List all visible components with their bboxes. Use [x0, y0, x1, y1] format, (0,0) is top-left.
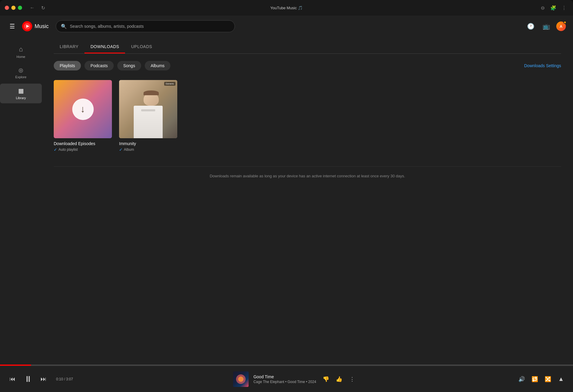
player-right-controls: 🔊 🔁 🔀 ▲ — [517, 374, 566, 384]
track-artwork[interactable] — [233, 371, 249, 387]
search-input[interactable] — [70, 24, 230, 29]
app-window: ☰ Music 🔍 🕐 📺 A — [0, 16, 573, 392]
immunity-thumb-bg: Generic — [119, 80, 177, 138]
player-bar: ⏮ ⏸ ⏭ 0:10 / 3:07 Good Time Cage The Ele… — [0, 366, 573, 392]
progress-bar-fill — [0, 365, 31, 366]
filter-podcasts-button[interactable]: Podcasts — [84, 61, 114, 70]
loop-button[interactable]: 🔁 — [530, 374, 540, 384]
logo-text: Music — [35, 23, 49, 30]
play-pause-button[interactable]: ⏸ — [23, 374, 33, 385]
filter-albums-button[interactable]: Albums — [145, 61, 171, 70]
home-icon: ⌂ — [19, 45, 23, 53]
downloads-settings-button[interactable]: Downloads Settings — [524, 63, 561, 68]
downloads-note: Downloads remain available as long as yo… — [54, 166, 561, 178]
sidebar-item-home[interactable]: ⌂ Home — [0, 42, 42, 62]
download-circle: ↓ — [72, 99, 94, 120]
titlebar: ← ↻ YouTube Music 🎵 ⊖ 🧩 ⋮ — [0, 0, 573, 16]
back-button[interactable]: ← — [28, 4, 36, 12]
sidebar-item-home-label: Home — [16, 55, 25, 59]
skip-back-button[interactable]: ⏮ — [7, 374, 18, 385]
immunity-thumb-label: Generic — [164, 82, 175, 86]
history-icon[interactable]: 🕐 — [525, 21, 536, 32]
filter-playlists-button[interactable]: Playlists — [54, 61, 81, 70]
downloaded-episodes-thumbnail: ↓ — [54, 80, 112, 138]
more-options-button[interactable]: ⋮ — [347, 374, 357, 384]
tab-library[interactable]: LIBRARY — [54, 41, 84, 53]
avatar-notification-badge — [563, 21, 566, 24]
traffic-lights — [5, 6, 22, 10]
titlebar-nav: ← ↻ — [28, 4, 47, 12]
minimize-button[interactable] — [11, 6, 16, 10]
track-info: Good Time Cage The Elephant • Good Time … — [253, 374, 316, 384]
item-immunity[interactable]: Generic Immunity ✓ Album — [119, 80, 177, 152]
more-options-icon[interactable]: ⋮ — [560, 4, 568, 12]
download-arrow-icon: ↓ — [81, 104, 85, 115]
hamburger-button[interactable]: ☰ — [7, 20, 17, 32]
cast-icon[interactable]: 📺 — [541, 21, 552, 32]
app-header: ☰ Music 🔍 🕐 📺 A — [0, 16, 573, 37]
like-button[interactable]: 👍 — [334, 374, 344, 384]
expand-button[interactable]: ▲ — [556, 374, 566, 384]
track-artwork-image — [233, 371, 249, 387]
download-thumb-bg: ↓ — [54, 80, 112, 138]
header-actions: 🕐 📺 A — [525, 21, 566, 32]
library-icon: ▦ — [18, 87, 24, 94]
extensions-icon[interactable]: 🧩 — [549, 4, 557, 12]
titlebar-actions: ⊖ 🧩 ⋮ — [538, 4, 568, 12]
downloaded-episodes-title: Downloaded Episodes — [54, 141, 112, 146]
tab-uploads[interactable]: UPLOADS — [125, 41, 158, 53]
content-area: LIBRARY DOWNLOADS UPLOADS Playlists Podc… — [42, 37, 573, 365]
logo[interactable]: Music — [22, 21, 49, 31]
window-title-text: YouTube Music 🎵 — [270, 6, 303, 10]
immunity-thumbnail: Generic — [119, 80, 177, 138]
player-controls: ⏮ ⏸ ⏭ 0:10 / 3:07 — [7, 374, 73, 385]
search-icon: 🔍 — [61, 24, 67, 29]
sidebar-item-explore[interactable]: ◎ Explore — [0, 63, 42, 82]
close-button[interactable] — [5, 6, 9, 10]
downloaded-episodes-subtitle: ✓ Auto playlist — [54, 147, 112, 152]
filter-row: Playlists Podcasts Songs Albums Download… — [54, 61, 561, 70]
immunity-subtitle: ✓ Album — [119, 147, 177, 152]
dislike-button[interactable]: 👎 — [321, 374, 331, 384]
sidebar-item-library[interactable]: ▦ Library — [0, 84, 42, 103]
volume-icon[interactable]: 🔊 — [517, 374, 526, 384]
skip-forward-button[interactable]: ⏭ — [38, 374, 49, 385]
sidebar-item-explore-label: Explore — [15, 75, 26, 79]
immunity-check-badge-icon: ✓ — [119, 147, 123, 152]
sidebar: ⌂ Home ◎ Explore ▦ Library — [0, 37, 42, 365]
track-artist: Cage The Elephant • Good Time • 2024 — [253, 380, 316, 384]
player-track: Good Time Cage The Elephant • Good Time … — [73, 371, 517, 387]
shuffle-button[interactable]: 🔀 — [543, 374, 553, 384]
immunity-title: Immunity — [119, 141, 177, 146]
filter-songs-button[interactable]: Songs — [117, 61, 141, 70]
maximize-button[interactable] — [18, 6, 22, 10]
items-grid: ↓ Downloaded Episodes ✓ Auto playlist — [54, 80, 561, 152]
screen-share-icon[interactable]: ⊖ — [538, 4, 547, 12]
window-title: YouTube Music 🎵 — [270, 6, 303, 10]
tab-downloads[interactable]: DOWNLOADS — [84, 41, 125, 53]
track-title: Good Time — [253, 374, 316, 379]
forward-button[interactable]: ↻ — [39, 4, 47, 12]
progress-bar-container[interactable] — [0, 365, 573, 366]
explore-icon: ◎ — [19, 67, 23, 73]
search-bar: 🔍 — [56, 20, 235, 32]
check-badge-icon: ✓ — [54, 147, 57, 152]
main-layout: ⌂ Home ◎ Explore ▦ Library LIBRARY DOWNL… — [0, 37, 573, 365]
filter-buttons: Playlists Podcasts Songs Albums — [54, 61, 170, 70]
youtube-music-logo-icon — [22, 21, 32, 31]
avatar[interactable]: A — [556, 21, 566, 31]
tabs: LIBRARY DOWNLOADS UPLOADS — [54, 37, 561, 54]
item-downloaded-episodes[interactable]: ↓ Downloaded Episodes ✓ Auto playlist — [54, 80, 112, 152]
player-time-display: 0:10 / 3:07 — [56, 377, 73, 381]
player-track-actions: 👎 👍 ⋮ — [321, 374, 357, 384]
sidebar-item-library-label: Library — [16, 96, 26, 100]
avatar-initial: A — [560, 24, 562, 29]
